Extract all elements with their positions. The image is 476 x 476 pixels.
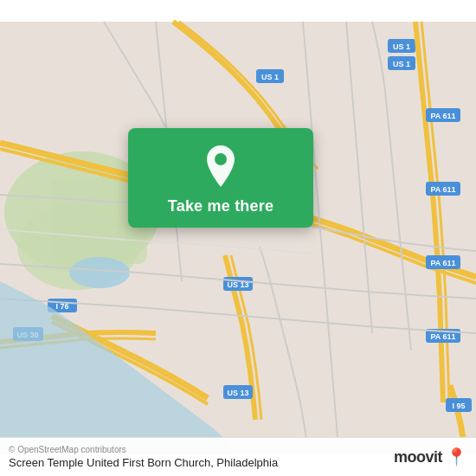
take-me-there-label: Take me there	[168, 197, 273, 215]
map-container: I 76 US 1 US 1 US 1 PA 611 PA 611 PA 611…	[0, 0, 476, 476]
svg-text:PA 611: PA 611	[430, 259, 455, 267]
location-pin-icon	[202, 144, 240, 189]
bottom-bar: © OpenStreetMap contributors Screen Temp…	[0, 437, 476, 476]
svg-text:PA 611: PA 611	[430, 112, 455, 120]
svg-point-4	[69, 257, 130, 288]
moovit-logo: moovit 📍	[394, 447, 467, 467]
svg-text:I 95: I 95	[452, 402, 465, 410]
svg-text:US 1: US 1	[261, 73, 279, 81]
moovit-pin-icon: 📍	[446, 447, 467, 467]
svg-text:US 1: US 1	[393, 42, 410, 51]
svg-point-29	[215, 153, 227, 165]
moovit-brand-text: moovit	[394, 448, 442, 466]
svg-text:US 1: US 1	[393, 60, 410, 68]
location-text: Screen Temple United First Born Church, …	[9, 456, 278, 469]
map-background: I 76 US 1 US 1 US 1 PA 611 PA 611 PA 611…	[0, 0, 476, 476]
bottom-left-content: © OpenStreetMap contributors Screen Temp…	[9, 445, 278, 469]
copyright-text: © OpenStreetMap contributors	[9, 445, 278, 454]
svg-text:US 13: US 13	[227, 389, 248, 397]
svg-text:PA 611: PA 611	[430, 185, 455, 194]
action-card[interactable]: Take me there	[128, 128, 313, 228]
svg-text:PA 611: PA 611	[430, 332, 455, 341]
